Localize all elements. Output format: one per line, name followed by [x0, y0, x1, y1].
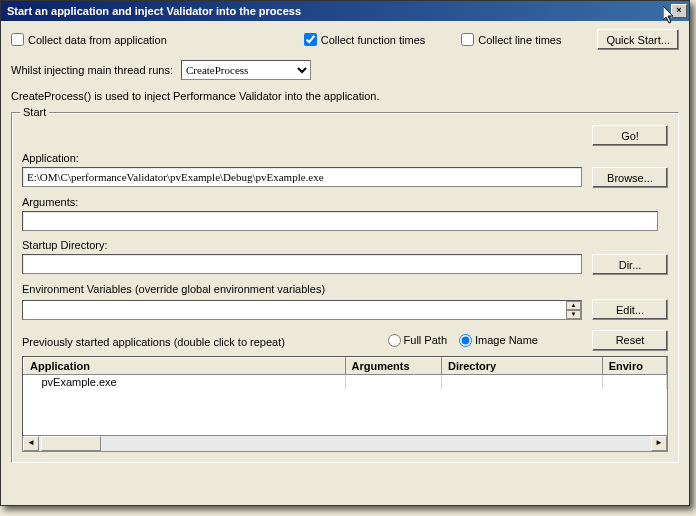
collect-line-checkbox[interactable]: Collect line times	[461, 33, 561, 46]
prev-label: Previously started applications (double …	[22, 336, 285, 348]
collect-data-input[interactable]	[11, 33, 24, 46]
env-down-icon[interactable]: ▼	[566, 310, 581, 319]
collect-fn-label: Collect function times	[321, 34, 426, 46]
start-legend: Start	[20, 106, 49, 118]
collect-fn-input[interactable]	[304, 33, 317, 46]
collect-data-label: Collect data from application	[28, 34, 167, 46]
arguments-label: Arguments:	[22, 196, 668, 208]
startup-dir-input[interactable]	[22, 254, 582, 274]
table-row[interactable]: pvExample.exe	[24, 375, 667, 390]
col-enviro[interactable]: Enviro	[602, 358, 666, 375]
full-path-label: Full Path	[404, 334, 447, 346]
application-label: Application:	[22, 152, 668, 164]
close-button[interactable]: ×	[671, 4, 687, 18]
col-application[interactable]: Application	[24, 358, 346, 375]
scroll-left-icon[interactable]: ◄	[23, 436, 39, 451]
env-combo[interactable]: ▲ ▼	[22, 300, 582, 320]
previous-apps-table[interactable]: Application Arguments Directory Enviro p…	[22, 356, 668, 436]
scroll-right-icon[interactable]: ►	[651, 436, 667, 451]
env-label: Environment Variables (override global e…	[22, 283, 668, 295]
cell-args	[345, 375, 441, 390]
full-path-input[interactable]	[388, 334, 401, 347]
inject-combo[interactable]: CreateProcess	[181, 60, 311, 80]
startup-dir-label: Startup Directory:	[22, 239, 668, 251]
image-name-label: Image Name	[475, 334, 538, 346]
env-up-icon[interactable]: ▲	[566, 301, 581, 310]
col-arguments[interactable]: Arguments	[345, 358, 441, 375]
application-input[interactable]	[22, 167, 582, 187]
browse-button[interactable]: Browse...	[592, 167, 668, 188]
collect-line-input[interactable]	[461, 33, 474, 46]
edit-button[interactable]: Edit...	[592, 299, 668, 320]
collect-line-label: Collect line times	[478, 34, 561, 46]
scroll-thumb[interactable]	[41, 436, 101, 451]
quick-start-button[interactable]: Quick Start...	[597, 29, 679, 50]
collect-fn-checkbox[interactable]: Collect function times	[304, 33, 426, 46]
titlebar-title: Start an application and inject Validato…	[7, 5, 301, 17]
arguments-input[interactable]	[22, 211, 658, 231]
image-name-input[interactable]	[459, 334, 472, 347]
cell-app: pvExample.exe	[24, 375, 346, 390]
go-button[interactable]: Go!	[592, 125, 668, 146]
description-text: CreateProcess() is used to inject Perfor…	[11, 90, 679, 102]
dir-button[interactable]: Dir...	[592, 254, 668, 275]
inject-label: Whilst injecting main thread runs:	[11, 64, 173, 76]
collect-data-checkbox[interactable]: Collect data from application	[11, 33, 167, 46]
col-directory[interactable]: Directory	[441, 358, 602, 375]
cell-env	[602, 375, 666, 390]
reset-button[interactable]: Reset	[592, 330, 668, 351]
cell-dir	[441, 375, 602, 390]
titlebar: Start an application and inject Validato…	[1, 1, 689, 21]
full-path-radio[interactable]: Full Path	[388, 334, 447, 347]
horizontal-scrollbar[interactable]: ◄ ►	[22, 436, 668, 452]
image-name-radio[interactable]: Image Name	[459, 334, 538, 347]
start-groupbox: Start Go! Application: Browse...	[11, 112, 679, 463]
